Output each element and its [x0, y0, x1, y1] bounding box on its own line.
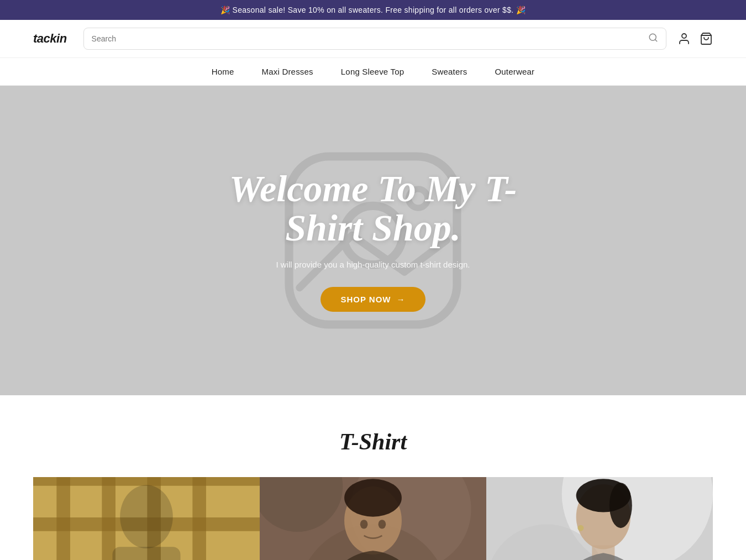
nav-home[interactable]: Home — [212, 67, 234, 76]
search-icon — [648, 33, 658, 45]
svg-point-35 — [610, 483, 632, 528]
svg-line-1 — [655, 39, 656, 41]
hero-title: Welcome To My T-Shirt Shop. — [191, 169, 555, 248]
nav-maxi-dresses[interactable]: Maxi Dresses — [262, 67, 313, 76]
site-logo[interactable]: tackin — [33, 32, 67, 46]
search-input[interactable] — [92, 34, 644, 43]
product-card[interactable] — [486, 477, 713, 560]
nav-long-sleeve-top[interactable]: Long Sleeve Top — [341, 67, 404, 76]
svg-rect-20 — [113, 547, 181, 560]
product-image-1 — [33, 477, 260, 560]
nav-sweaters[interactable]: Sweaters — [432, 67, 467, 76]
section-title: T-Shirt — [33, 428, 713, 455]
cart-button[interactable] — [700, 32, 713, 45]
search-bar — [83, 28, 666, 50]
product-grid — [33, 477, 713, 560]
banner-text: 🎉 Seasonal sale! Save 10% on all sweater… — [220, 6, 526, 14]
product-card[interactable] — [33, 477, 260, 560]
promo-banner: 🎉 Seasonal sale! Save 10% on all sweater… — [0, 0, 746, 20]
product-image-3 — [486, 477, 713, 560]
site-header: tackin — [0, 20, 746, 58]
shop-now-arrow: → — [397, 295, 406, 304]
svg-point-37 — [577, 525, 584, 531]
svg-point-2 — [682, 34, 686, 38]
shop-now-label: SHOP NOW — [340, 295, 391, 304]
svg-point-29 — [379, 520, 386, 528]
account-button[interactable] — [677, 32, 691, 45]
product-image-2 — [260, 477, 486, 560]
svg-point-19 — [120, 485, 173, 548]
hero-section: Welcome To My T-Shirt Shop. I will provi… — [0, 86, 746, 395]
product-card[interactable] — [260, 477, 486, 560]
hero-content: Welcome To My T-Shirt Shop. I will provi… — [180, 169, 566, 312]
shop-now-button[interactable]: SHOP NOW → — [321, 287, 425, 312]
hero-subtitle: I will provide you a high-quality custom… — [191, 260, 555, 269]
svg-point-28 — [360, 520, 368, 528]
header-actions — [677, 32, 713, 45]
main-nav: Home Maxi Dresses Long Sleeve Top Sweate… — [0, 58, 746, 86]
svg-point-27 — [344, 479, 402, 516]
tshirt-section: T-Shirt — [0, 395, 746, 560]
nav-outerwear[interactable]: Outerwear — [495, 67, 534, 76]
